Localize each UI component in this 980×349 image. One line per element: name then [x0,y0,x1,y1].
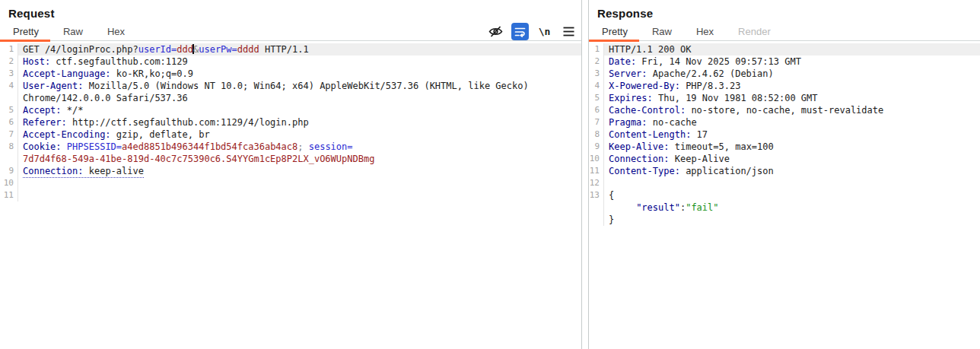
code-line: 8Cookie: PHPSESSID=a4ed8851b496344f1bd54… [0,141,581,153]
request-tabs: PrettyRawHex [0,24,136,40]
code-text[interactable]: X-Powered-By: PHP/8.3.23 [604,80,980,92]
line-number: 9 [589,141,604,153]
code-text[interactable]: Connection: keep-alive [18,165,581,177]
line-number: 5 [589,92,604,104]
eye-slash-icon[interactable] [487,23,504,40]
line-number: 7 [0,128,18,141]
code-line: 5Expires: Thu, 19 Nov 1981 08:52:00 GMT [589,92,980,104]
code-line: 2Host: ctf.segfaulthub.com:1129 [0,56,581,68]
code-text[interactable]: Server: Apache/2.4.62 (Debian) [604,68,980,80]
response-panel: Response PrettyRawHexRender 1HTTP/1.1 20… [589,0,980,349]
code-text[interactable]: "result":"fail" [604,201,980,214]
code-text[interactable]: } [604,214,980,226]
code-text[interactable] [18,189,581,201]
line-number [589,214,604,226]
line-number: 10 [589,153,604,165]
line-number: 6 [589,104,604,116]
tab-pretty[interactable]: Pretty [0,24,50,40]
tab-hex[interactable]: Hex [94,24,136,40]
code-text[interactable]: Pragma: no-cache [604,116,980,128]
request-tabbar: PrettyRawHex [0,24,581,41]
code-line: 10Connection: Keep-Alive [589,153,980,165]
code-line: 7Pragma: no-cache [589,116,980,128]
code-text[interactable]: Connection: Keep-Alive [604,153,980,165]
tab-hex[interactable]: Hex [683,24,725,40]
code-line: 1HTTP/1.1 200 OK [589,43,980,56]
line-number: 8 [589,128,604,141]
response-panel-title: Response [589,0,980,24]
response-tabbar: PrettyRawHexRender [589,24,980,41]
line-number: 1 [589,43,604,56]
code-line: 7d7d4f68-549a-41be-819d-40c7c75390c6.S4Y… [0,153,581,165]
code-line: 7Accept-Encoding: gzip, deflate, br [0,128,581,141]
line-number: 1 [0,43,18,56]
code-line: 3Accept-Language: ko-KR,ko;q=0.9 [0,68,581,80]
line-number: 9 [0,165,18,177]
line-number: 11 [0,189,18,201]
code-text[interactable]: Referer: http://ctf.segfaulthub.com:1129… [18,116,581,128]
code-text[interactable]: Accept-Language: ko-KR,ko;q=0.9 [18,68,581,80]
tab-pretty[interactable]: Pretty [589,24,639,40]
line-number: 3 [589,68,604,80]
code-line: 2Date: Fri, 14 Nov 2025 09:57:13 GMT [589,56,980,68]
code-text[interactable]: User-Agent: Mozilla/5.0 (Windows NT 10.0… [18,80,581,92]
line-number: 5 [0,104,18,116]
code-text[interactable]: { [604,189,980,201]
line-number: 10 [0,177,18,189]
request-toolbar: \n [487,24,581,40]
code-line: "result":"fail" [589,201,980,214]
line-number: 2 [0,56,18,68]
code-text[interactable]: Date: Fri, 14 Nov 2025 09:57:13 GMT [604,56,980,68]
tab-raw[interactable]: Raw [639,24,683,40]
request-editor[interactable]: 1GET /4/loginProc.php?userId=ddd&userPw=… [0,41,581,349]
code-line: 1GET /4/loginProc.php?userId=ddd&userPw=… [0,43,581,56]
panel-splitter[interactable] [581,0,589,349]
line-number: 13 [589,189,604,201]
code-line: 13{ [589,189,980,201]
code-line: 10 [0,177,581,189]
code-line: 9Keep-Alive: timeout=5, max=100 [589,141,980,153]
code-line: 5Accept: */* [0,104,581,116]
line-number: 8 [0,141,18,153]
code-text[interactable]: Accept: */* [18,104,581,116]
line-number: 6 [0,116,18,128]
code-line: 4User-Agent: Mozilla/5.0 (Windows NT 10.… [0,80,581,92]
menu-icon[interactable] [560,23,578,40]
code-line: } [589,214,980,226]
code-line: 6Referer: http://ctf.segfaulthub.com:112… [0,116,581,128]
code-text[interactable]: Cookie: PHPSESSID=a4ed8851b496344f1bd54f… [18,141,581,153]
code-line: 8Content-Length: 17 [589,128,980,141]
code-text[interactable] [604,177,980,189]
code-text[interactable]: Content-Type: application/json [604,165,980,177]
word-wrap-icon[interactable] [511,23,529,40]
code-text[interactable]: 7d7d4f68-549a-41be-819d-40c7c75390c6.S4Y… [18,153,581,165]
code-text[interactable]: GET /4/loginProc.php?userId=ddd&userPw=d… [18,43,581,56]
newline-chars-label: \n [539,26,551,37]
code-line: 3Server: Apache/2.4.62 (Debian) [589,68,980,80]
tab-render[interactable]: Render [725,24,782,40]
line-number: 7 [589,116,604,128]
code-text[interactable]: Accept-Encoding: gzip, deflate, br [18,128,581,141]
line-number: 4 [589,80,604,92]
newline-chars-icon[interactable]: \n [536,23,553,40]
line-number: 4 [0,80,18,92]
line-number: 2 [589,56,604,68]
code-text[interactable]: Keep-Alive: timeout=5, max=100 [604,141,980,153]
code-text[interactable] [18,177,581,189]
code-text[interactable]: HTTP/1.1 200 OK [604,43,980,56]
response-tabs: PrettyRawHexRender [589,24,782,40]
code-text[interactable]: Expires: Thu, 19 Nov 1981 08:52:00 GMT [604,92,980,104]
code-line: 12 [589,177,980,189]
code-line: 11Content-Type: application/json [589,165,980,177]
code-text[interactable]: Host: ctf.segfaulthub.com:1129 [18,56,581,68]
code-line: 4X-Powered-By: PHP/8.3.23 [589,80,980,92]
response-editor[interactable]: 1HTTP/1.1 200 OK2Date: Fri, 14 Nov 2025 … [589,41,980,349]
code-line: 11 [0,189,581,201]
code-text[interactable]: Content-Length: 17 [604,128,980,141]
request-panel: Request PrettyRawHex [0,0,581,349]
line-number [0,92,18,104]
code-text[interactable]: Cache-Control: no-store, no-cache, must-… [604,104,980,116]
code-text[interactable]: Chrome/142.0.0.0 Safari/537.36 [18,92,581,104]
code-line: 9Connection: keep-alive [0,165,581,177]
tab-raw[interactable]: Raw [50,24,94,40]
